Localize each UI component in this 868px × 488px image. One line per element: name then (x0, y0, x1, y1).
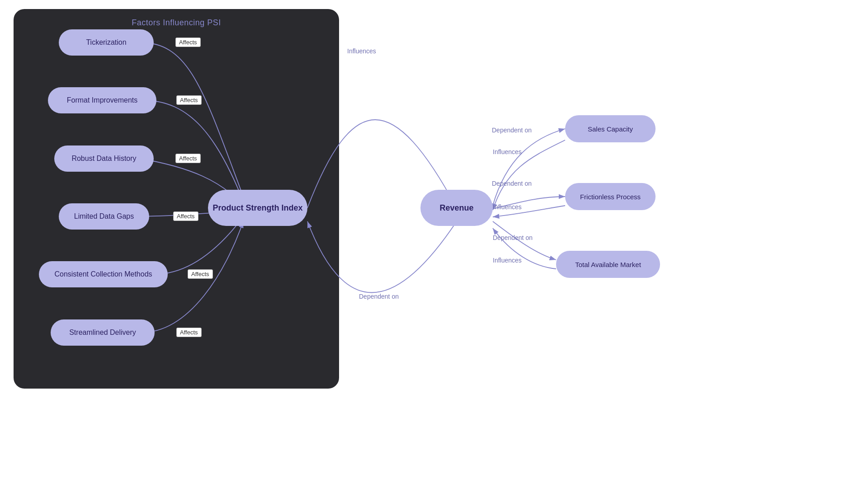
affects-consistent: Affects (188, 269, 213, 279)
node-frictionless-process: Frictionless Process (565, 183, 656, 210)
affects-streamlined: Affects (176, 328, 202, 337)
revenue-node: Revenue (420, 190, 493, 226)
psi-node: Product Strength Index (208, 190, 307, 226)
affects-robust: Affects (175, 154, 201, 163)
node-format-improvements: Format Improvements (48, 87, 156, 113)
label-dep-friction: Dependent on (492, 180, 532, 187)
node-consistent-collection: Consistent Collection Methods (39, 261, 168, 287)
node-robust-data-history: Robust Data History (54, 145, 154, 172)
label-dependent-rev-psi: Dependent on (359, 293, 399, 300)
node-sales-capacity: Sales Capacity (565, 115, 656, 142)
node-tickerization: Tickerization (59, 29, 154, 56)
node-limited-data-gaps: Limited Data Gaps (59, 203, 149, 230)
affects-format: Affects (176, 95, 202, 105)
label-influences-psi-rev: Influences (347, 47, 376, 55)
diagram-svg (0, 0, 868, 488)
node-total-available-market: Total Available Market (556, 251, 660, 278)
label-inf-sales: Influences (493, 148, 522, 155)
label-inf-tam: Influences (493, 257, 522, 264)
label-dep-tam: Dependent on (493, 234, 533, 241)
label-dep-sales: Dependent on (492, 127, 532, 134)
node-streamlined-delivery: Streamlined Delivery (51, 319, 155, 346)
affects-limited: Affects (173, 211, 198, 221)
affects-tickerization: Affects (175, 38, 201, 47)
label-inf-friction: Influences (493, 203, 522, 211)
